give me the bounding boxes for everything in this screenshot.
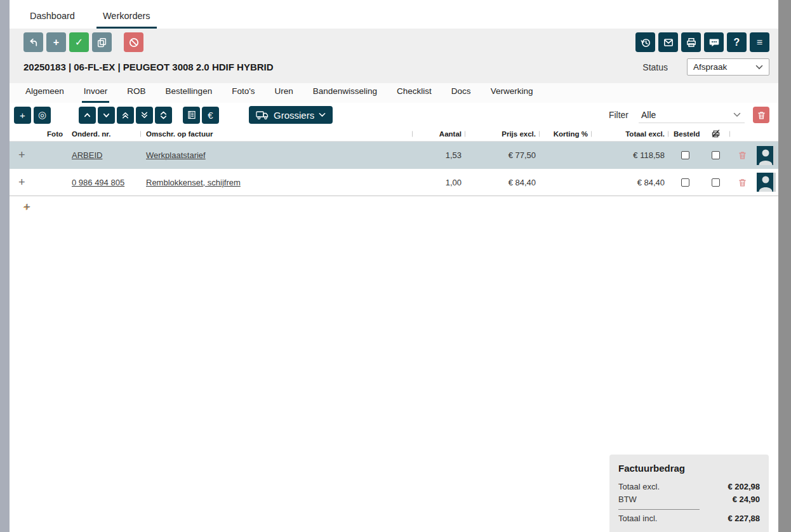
grossiers-button[interactable]: Grossiers xyxy=(249,106,333,124)
header-korting[interactable]: Korting % xyxy=(540,130,592,138)
cancel-werkorder-button[interactable] xyxy=(124,32,143,52)
tab-werkorders[interactable]: Werkorders xyxy=(96,11,157,29)
euro-icon: € xyxy=(208,110,213,121)
btw-label: BTW xyxy=(618,493,637,506)
onderd-nr-link[interactable]: ARBEID xyxy=(72,150,102,160)
header-aantal[interactable]: Aantal xyxy=(413,130,465,138)
tab-dashboard[interactable]: Dashboard xyxy=(23,11,81,29)
tab-rob[interactable]: ROB xyxy=(125,86,147,103)
chevron-up-icon xyxy=(83,110,92,120)
omschrijving-link[interactable]: Werkplaatstarief xyxy=(146,150,206,160)
header-foto[interactable]: Foto xyxy=(32,130,67,138)
print-button[interactable] xyxy=(681,32,701,52)
catalog-button[interactable] xyxy=(183,107,200,124)
delete-row-icon[interactable] xyxy=(738,178,747,187)
no-print-checkbox[interactable] xyxy=(712,178,720,187)
add-button[interactable]: + xyxy=(46,32,66,52)
totaal-excl-value: € 202,98 xyxy=(728,481,760,493)
tab-docs[interactable]: Docs xyxy=(449,86,473,103)
tab-invoer[interactable]: Invoer xyxy=(82,86,110,103)
sort-button[interactable] xyxy=(155,107,172,124)
status-select-value: Afspraak xyxy=(693,62,727,72)
mechanic-avatar[interactable] xyxy=(757,146,776,165)
no-print-icon xyxy=(711,129,721,138)
add-row: + xyxy=(10,196,778,218)
check-icon: ✓ xyxy=(75,37,83,48)
tab-checklist[interactable]: Checklist xyxy=(395,86,434,103)
row-expander[interactable]: + xyxy=(15,149,25,161)
tab-fotos[interactable]: Foto's xyxy=(230,86,256,103)
help-icon: ? xyxy=(734,37,740,48)
left-edge-strip xyxy=(0,0,10,532)
move-bottom-button[interactable] xyxy=(136,107,153,124)
totaal-incl-label: Totaal incl. xyxy=(618,512,657,525)
mail-icon xyxy=(663,37,674,48)
besteld-checkbox[interactable] xyxy=(681,178,689,187)
tab-uren[interactable]: Uren xyxy=(273,86,295,103)
totaal-excl-value: € 84,40 xyxy=(592,178,668,187)
header-prijs-excl[interactable]: Prijs excl. xyxy=(465,130,540,138)
btw-value: € 24,90 xyxy=(733,493,760,506)
no-print-checkbox[interactable] xyxy=(712,151,720,159)
top-tab-bar: Dashboard Werkorders xyxy=(10,0,778,29)
status-select[interactable]: Afspraak xyxy=(687,58,769,76)
tab-verwerking[interactable]: Verwerking xyxy=(489,86,535,103)
double-chevron-up-icon xyxy=(121,110,130,120)
move-top-button[interactable] xyxy=(117,107,134,124)
onderd-nr-link[interactable]: 0 986 494 805 xyxy=(72,178,124,187)
scrollbar[interactable] xyxy=(778,0,791,532)
tab-bandenwisseling[interactable]: Bandenwisseling xyxy=(311,86,379,103)
chat-button[interactable] xyxy=(704,32,724,52)
add-line-button[interactable]: + xyxy=(14,107,31,124)
page-title: 20250183 | 06-FL-EX | PEUGEOT 3008 2.0 H… xyxy=(23,62,274,72)
copy-button[interactable] xyxy=(92,32,112,52)
delete-row-icon[interactable] xyxy=(738,150,747,160)
confirm-button[interactable]: ✓ xyxy=(69,32,89,52)
back-button[interactable] xyxy=(23,32,43,52)
move-up-button[interactable] xyxy=(79,107,96,124)
totaal-excl-label: Totaal excl. xyxy=(618,481,660,493)
add-row-button[interactable]: + xyxy=(23,200,30,214)
visibility-icon: ◎ xyxy=(38,109,46,121)
werkorder-tab-bar: Algemeen Invoer ROB Bestellingen Foto's … xyxy=(10,83,778,103)
summary-divider xyxy=(618,509,700,510)
prijs-excl-value: € 77,50 xyxy=(465,150,540,160)
status-label: Status xyxy=(642,62,668,72)
invoice-summary-title: Factuurbedrag xyxy=(618,463,760,474)
header-no-print[interactable] xyxy=(701,129,730,140)
filter-select[interactable]: Alle xyxy=(639,107,745,123)
truck-icon xyxy=(256,110,269,120)
header-onderd-nr[interactable]: Onderd. nr. xyxy=(67,130,141,138)
action-toolbar: + ✓ xyxy=(23,32,769,52)
parts-table: Foto Onderd. nr. Omschr. op factuur Aant… xyxy=(10,127,778,218)
move-down-button[interactable] xyxy=(98,107,115,124)
trash-icon xyxy=(757,110,766,120)
chevron-down-icon xyxy=(319,112,326,117)
block-icon xyxy=(128,37,140,48)
totaal-excl-value: € 118,58 xyxy=(592,150,668,160)
history-button[interactable] xyxy=(635,32,655,52)
header-omschrijving[interactable]: Omschr. op factuur xyxy=(141,130,413,138)
row-expander[interactable]: + xyxy=(15,176,25,189)
plus-icon: + xyxy=(53,37,59,48)
chevron-down-icon xyxy=(102,110,111,120)
delete-lines-button[interactable] xyxy=(753,107,769,123)
tab-bestellingen[interactable]: Bestellingen xyxy=(164,86,215,103)
table-row[interactable]: + ARBEID Werkplaatstarief 1,53 € 77,50 €… xyxy=(10,142,778,169)
besteld-checkbox[interactable] xyxy=(681,151,689,159)
price-button[interactable]: € xyxy=(202,107,219,124)
header-besteld[interactable]: Besteld xyxy=(668,130,701,138)
filter-label: Filter xyxy=(609,110,628,120)
help-button[interactable]: ? xyxy=(727,32,747,52)
table-row[interactable]: + 0 986 494 805 Remblokkenset, schijfrem… xyxy=(10,169,778,196)
menu-button[interactable]: ≡ xyxy=(750,32,769,52)
header-totaal-excl[interactable]: Totaal excl. xyxy=(592,130,668,138)
omschrijving-link[interactable]: Remblokkenset, schijfrem xyxy=(146,178,241,187)
history-icon xyxy=(640,37,651,48)
visibility-button[interactable]: ◎ xyxy=(34,107,51,124)
invoice-summary-panel: Factuurbedrag Totaal excl. € 202,98 BTW … xyxy=(609,455,769,532)
tab-algemeen[interactable]: Algemeen xyxy=(23,86,66,103)
mail-button[interactable] xyxy=(658,32,678,52)
copy-icon xyxy=(96,37,107,48)
mechanic-avatar[interactable] xyxy=(757,173,776,192)
